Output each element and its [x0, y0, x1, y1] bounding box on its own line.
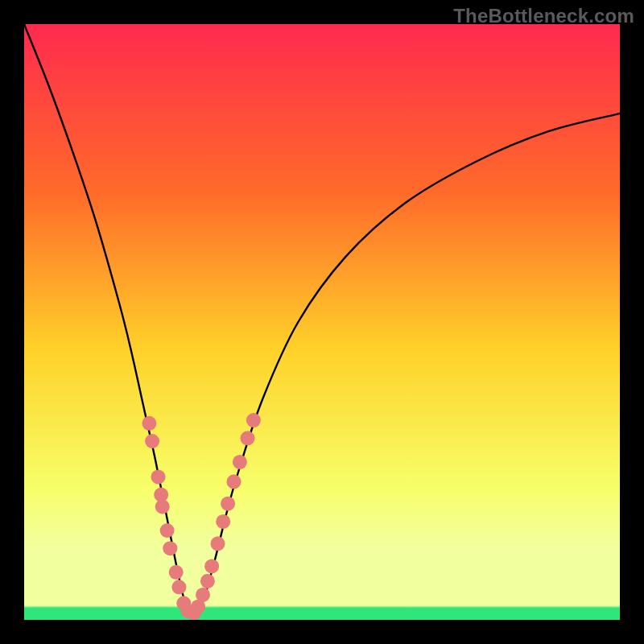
data-dot [227, 474, 242, 489]
data-dot [171, 580, 186, 594]
data-dot [145, 434, 159, 448]
data-dot [142, 416, 156, 431]
data-dot [246, 413, 261, 427]
data-dot [196, 588, 210, 602]
data-dot [204, 559, 219, 573]
data-dot [163, 541, 177, 555]
gradient-background [24, 24, 620, 620]
data-dot [160, 523, 175, 538]
data-dot [233, 455, 247, 469]
data-dot [211, 536, 225, 551]
data-dot [241, 431, 255, 445]
data-dot [200, 574, 215, 588]
data-dot [169, 565, 184, 580]
data-dot [155, 499, 170, 514]
data-dot [221, 497, 235, 511]
data-dot [216, 514, 230, 529]
data-dot [151, 469, 166, 484]
bottleneck-chart [24, 24, 620, 620]
chart-frame: TheBottleneck.com [0, 0, 644, 644]
plot-area [24, 24, 620, 620]
